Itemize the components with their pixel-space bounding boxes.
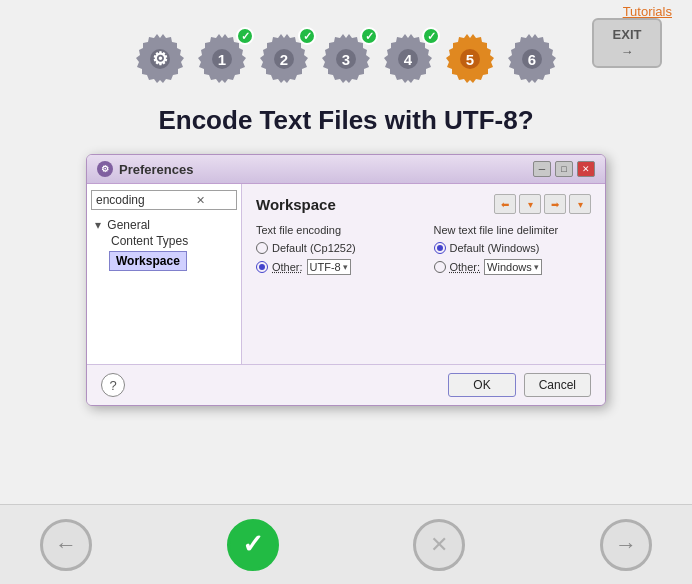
- windows-dropdown-arrow-icon: ▾: [534, 262, 539, 272]
- line-delimiter-col: New text file line delimiter Default (Wi…: [434, 224, 592, 280]
- help-button[interactable]: ?: [101, 373, 125, 397]
- tree-content-types[interactable]: Content Types: [91, 234, 237, 248]
- step-1-label: 1: [218, 51, 226, 68]
- search-input[interactable]: [96, 193, 196, 207]
- utf8-value: UTF-8: [310, 261, 341, 273]
- step-4-check: ✓: [422, 27, 440, 45]
- default-cp1252-radio[interactable]: [256, 242, 268, 254]
- back-nav-button[interactable]: ←: [40, 519, 92, 571]
- exit-button[interactable]: EXIT →: [592, 18, 662, 68]
- encoding-section: Text file encoding Default (Cp1252) Othe…: [256, 224, 591, 280]
- tree-content-types-label: Content Types: [111, 234, 188, 248]
- dialog-footer: ? OK Cancel: [87, 364, 605, 405]
- utf8-dropdown-arrow-icon: ▾: [343, 262, 348, 272]
- nav-down-button[interactable]: ▾: [519, 194, 541, 214]
- settings-icon-label: ⚙: [152, 48, 168, 70]
- other-encoding-radio[interactable]: [256, 261, 268, 273]
- tree-workspace-selected-row: Workspace: [91, 251, 237, 271]
- text-file-encoding-title: Text file encoding: [256, 224, 414, 236]
- confirm-nav-button[interactable]: ✓: [227, 519, 279, 571]
- close-button[interactable]: ✕: [577, 161, 595, 177]
- panel-nav: ⬅ ▾ ➡ ▾: [494, 194, 591, 214]
- gear-step-2[interactable]: 2 ✓: [254, 29, 314, 89]
- windows-value: Windows: [487, 261, 532, 273]
- dialog-controls: ─ □ ✕: [533, 161, 595, 177]
- dialog-body: ✕ ▾ General Content Types Workspace Work…: [87, 184, 605, 364]
- back-arrow-icon: ←: [55, 532, 77, 558]
- main-title: Encode Text Files with UTF-8?: [0, 105, 692, 136]
- gear-step-3[interactable]: 3 ✓: [316, 29, 376, 89]
- windows-dropdown[interactable]: Windows ▾: [484, 259, 542, 275]
- right-panel-header: Workspace ⬅ ▾ ➡ ▾: [256, 194, 591, 214]
- ok-button[interactable]: OK: [448, 373, 515, 397]
- other-encoding-label: Other:: [272, 261, 303, 273]
- step-3-label: 3: [342, 51, 350, 68]
- exit-label: EXIT: [613, 27, 642, 42]
- tree-expand-icon: ▾: [95, 218, 101, 232]
- default-cp1252-label: Default (Cp1252): [272, 242, 356, 254]
- forward-nav-button[interactable]: →: [600, 519, 652, 571]
- step-3-check: ✓: [360, 27, 378, 45]
- left-panel: ✕ ▾ General Content Types Workspace: [87, 184, 242, 364]
- right-panel: Workspace ⬅ ▾ ➡ ▾ Text file encoding: [242, 184, 605, 364]
- steps-row: ⚙ 1 ✓ 2 ✓ 3 ✓ 4 ✓: [0, 19, 692, 97]
- other-encoding-row[interactable]: Other: UTF-8 ▾: [256, 259, 414, 275]
- step-2-label: 2: [280, 51, 288, 68]
- tree-general-label: General: [107, 218, 150, 232]
- other-delimiter-label: Other:: [450, 261, 481, 273]
- preferences-icon: ⚙: [97, 161, 113, 177]
- gear-step-5[interactable]: 5: [440, 29, 500, 89]
- gear-step-1[interactable]: 1 ✓: [192, 29, 252, 89]
- step-1-check: ✓: [236, 27, 254, 45]
- other-delimiter-radio[interactable]: [434, 261, 446, 273]
- right-panel-title: Workspace: [256, 196, 336, 213]
- dialog-titlebar: ⚙ Preferences ─ □ ✕: [87, 155, 605, 184]
- check-mark-icon: ✓: [242, 529, 264, 560]
- tutorials-link[interactable]: Tutorials: [0, 0, 692, 19]
- maximize-button[interactable]: □: [555, 161, 573, 177]
- gear-step-4[interactable]: 4 ✓: [378, 29, 438, 89]
- step-4-label: 4: [404, 51, 412, 68]
- nav-forward-button[interactable]: ➡: [544, 194, 566, 214]
- gear-step-settings[interactable]: ⚙: [130, 29, 190, 89]
- exit-arrow-icon: →: [621, 44, 634, 59]
- cancel-button[interactable]: Cancel: [524, 373, 591, 397]
- x-mark-icon: ✕: [430, 532, 448, 558]
- default-windows-row[interactable]: Default (Windows): [434, 242, 592, 254]
- default-windows-label: Default (Windows): [450, 242, 540, 254]
- search-clear-icon[interactable]: ✕: [196, 194, 205, 207]
- gear-step-6[interactable]: 6: [502, 29, 562, 89]
- step-2-check: ✓: [298, 27, 316, 45]
- minimize-button[interactable]: ─: [533, 161, 551, 177]
- nav-menu-button[interactable]: ▾: [569, 194, 591, 214]
- cancel-nav-button[interactable]: ✕: [413, 519, 465, 571]
- default-windows-radio[interactable]: [434, 242, 446, 254]
- forward-arrow-icon: →: [615, 532, 637, 558]
- search-box[interactable]: ✕: [91, 190, 237, 210]
- line-delimiter-title: New text file line delimiter: [434, 224, 592, 236]
- preferences-dialog: ⚙ Preferences ─ □ ✕ ✕ ▾ General: [86, 154, 606, 406]
- utf8-dropdown[interactable]: UTF-8 ▾: [307, 259, 351, 275]
- nav-back-button[interactable]: ⬅: [494, 194, 516, 214]
- tree-general: ▾ General: [91, 216, 237, 234]
- step-6-label: 6: [528, 51, 536, 68]
- other-delimiter-row[interactable]: Other: Windows ▾: [434, 259, 592, 275]
- bottom-nav: ← ✓ ✕ →: [0, 504, 692, 584]
- step-5-label: 5: [466, 51, 474, 68]
- dialog-title: Preferences: [119, 162, 193, 177]
- dialog-title-left: ⚙ Preferences: [97, 161, 193, 177]
- tree-workspace-label[interactable]: Workspace: [109, 251, 187, 271]
- dialog-overlay: ⚙ Preferences ─ □ ✕ ✕ ▾ General: [0, 154, 692, 406]
- text-file-encoding-col: Text file encoding Default (Cp1252) Othe…: [256, 224, 414, 280]
- default-cp1252-row[interactable]: Default (Cp1252): [256, 242, 414, 254]
- footer-buttons: OK Cancel: [448, 373, 591, 397]
